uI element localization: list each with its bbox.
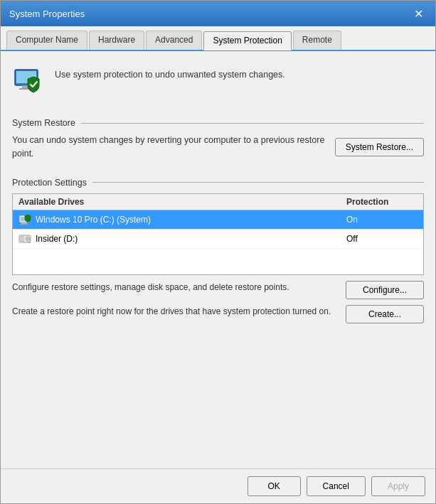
close-button[interactable]: ✕ <box>410 5 427 22</box>
system-restore-button[interactable]: System Restore... <box>335 138 424 156</box>
system-drive-icon <box>18 214 31 225</box>
title-bar: System Properties ✕ <box>1 1 435 26</box>
cancel-button[interactable]: Cancel <box>307 476 366 496</box>
configure-button[interactable]: Configure... <box>346 281 424 299</box>
section-divider-2 <box>92 182 424 183</box>
table-row[interactable]: Windows 10 Pro (C:) (System) On <box>13 210 423 230</box>
tab-bar: Computer Name Hardware Advanced System P… <box>1 26 435 51</box>
create-description: Create a restore point right now for the… <box>12 305 337 318</box>
header-section: Use system protection to undo unwanted s… <box>12 61 424 101</box>
system-restore-label-row: System Restore <box>12 118 424 128</box>
drives-header-available: Available Drives <box>18 197 346 207</box>
protection-settings-section-label: Protection Settings <box>12 178 87 188</box>
tab-hardware[interactable]: Hardware <box>89 31 144 50</box>
system-restore-section: System Restore You can undo system chang… <box>12 109 424 166</box>
drive-protection-win10: On <box>346 215 418 225</box>
window-title: System Properties <box>9 9 85 19</box>
tab-content: Use system protection to undo unwanted s… <box>1 51 435 468</box>
system-properties-window: System Properties ✕ Computer Name Hardwa… <box>0 0 436 504</box>
data-drive-icon <box>18 233 31 245</box>
system-restore-description: You can undo system changes by reverting… <box>12 134 326 161</box>
ok-button[interactable]: OK <box>248 476 301 496</box>
tab-advanced[interactable]: Advanced <box>146 31 202 50</box>
system-restore-row: You can undo system changes by reverting… <box>12 134 424 161</box>
drive-protection-insider: Off <box>346 234 418 244</box>
apply-button[interactable]: Apply <box>371 476 425 496</box>
tab-system-protection[interactable]: System Protection <box>203 31 291 50</box>
svg-rect-12 <box>28 242 30 243</box>
section-divider <box>81 123 424 124</box>
table-row[interactable]: Insider (D:) Off <box>13 230 423 249</box>
create-row: Create a restore point right now for the… <box>12 305 424 323</box>
drive-name-win10: Windows 10 Pro (C:) (System) <box>36 215 346 225</box>
drive-name-insider: Insider (D:) <box>36 234 346 244</box>
system-protection-icon <box>12 64 46 98</box>
header-description: Use system protection to undo unwanted s… <box>55 64 285 82</box>
system-restore-section-label: System Restore <box>12 118 75 128</box>
svg-point-11 <box>27 238 28 240</box>
drives-header-protection: Protection <box>346 197 418 207</box>
drives-table-header: Available Drives Protection <box>13 194 423 210</box>
create-button[interactable]: Create... <box>346 305 424 323</box>
protection-settings-section: Protection Settings Available Drives Pro… <box>12 175 424 323</box>
configure-row: Configure restore settings, manage disk … <box>12 281 424 299</box>
protection-settings-label-row: Protection Settings <box>12 178 424 188</box>
svg-rect-9 <box>20 236 24 242</box>
configure-description: Configure restore settings, manage disk … <box>12 281 337 294</box>
svg-rect-6 <box>21 222 27 224</box>
tab-computer-name[interactable]: Computer Name <box>6 31 87 50</box>
footer: OK Cancel Apply <box>1 468 435 503</box>
drives-table: Available Drives Protection <box>12 193 424 275</box>
svg-rect-7 <box>20 224 28 225</box>
drives-table-body: Windows 10 Pro (C:) (System) On <box>13 210 423 274</box>
tab-remote[interactable]: Remote <box>293 31 341 50</box>
